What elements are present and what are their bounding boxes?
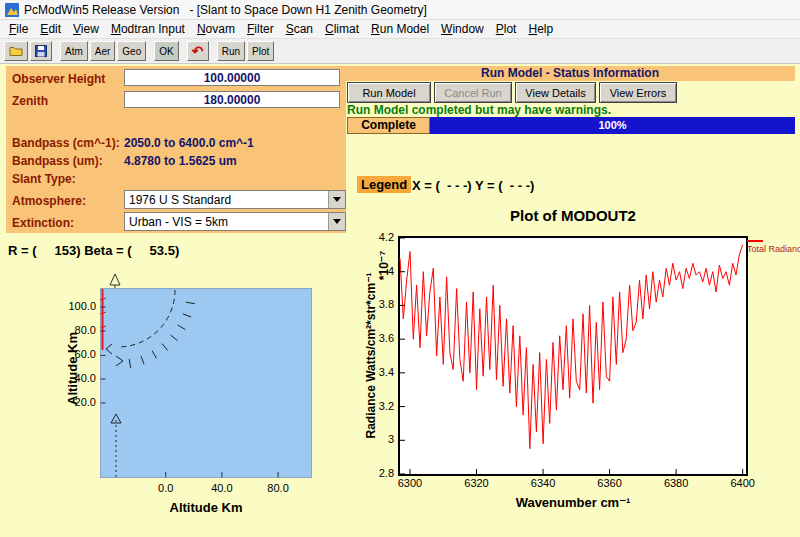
ok-button[interactable]: OK: [154, 41, 178, 61]
geometry-y-tick-label: 60.0: [56, 348, 96, 360]
geometry-x-tick-label: 40.0: [207, 482, 237, 494]
chart-y-tick-label: 4.2: [356, 231, 394, 243]
save-button[interactable]: [30, 41, 52, 61]
chart-plot-area: [399, 237, 747, 475]
legend-series-name: Total Radiance: [747, 244, 799, 254]
chart-x-tick-label: 6360: [594, 477, 626, 489]
view-errors-button[interactable]: View Errors: [599, 82, 677, 103]
chevron-down-icon: [333, 219, 341, 224]
menu-scan[interactable]: Scan: [280, 20, 319, 39]
menu-edit[interactable]: Edit: [34, 20, 67, 39]
chart-y-tick-label: 3.4: [356, 366, 394, 378]
menu-help[interactable]: Help: [522, 20, 559, 39]
undo-icon: ↶: [192, 44, 204, 58]
view-details-button[interactable]: View Details: [515, 82, 596, 103]
bandpass-cm-value: 2050.0 to 6400.0 cm^-1: [124, 136, 254, 150]
undo-button[interactable]: ↶: [187, 41, 209, 61]
extinction-label: Extinction:: [12, 216, 74, 230]
geometry-y-tick-label: 40.0: [56, 372, 96, 384]
folder-open-icon: [9, 45, 23, 57]
menu-modtran-input[interactable]: Modtran Input: [105, 20, 191, 39]
atmosphere-label: Atmosphere:: [12, 194, 86, 208]
zenith-input[interactable]: [124, 91, 340, 108]
menu-window[interactable]: Window: [435, 20, 490, 39]
status-header: Run Model - Status Information: [345, 66, 795, 81]
menu-novam[interactable]: Novam: [191, 20, 241, 39]
chart-x-tick-label: 6400: [727, 477, 759, 489]
menu-climat[interactable]: Climat: [319, 20, 365, 39]
geometry-x-axis-label: Altitude Km: [100, 500, 312, 515]
menu-bar: FileEditViewModtran InputNovamFilterScan…: [0, 20, 800, 39]
chart-x-tick-label: 6340: [527, 477, 559, 489]
menu-view[interactable]: View: [67, 20, 105, 39]
chart-y-tick-label: 3.8: [356, 298, 394, 310]
menu-filter[interactable]: Filter: [241, 20, 280, 39]
progress-percent: 100%: [430, 117, 795, 134]
r-beta-readout: R = ( 153) Beta = ( 53.5): [8, 243, 179, 258]
radiance-chart: [398, 236, 748, 476]
chart-x-axis-label: Wavenumber cm⁻¹: [400, 495, 746, 510]
geometry-y-axis-label: Altitude Km: [65, 299, 80, 439]
geometry-x-tick-label: 0.0: [151, 482, 181, 494]
pcmodwin-window: PcModWin5 Release Version - [Slant to Sp…: [0, 0, 800, 537]
chart-y-tick-label: 3.2: [356, 400, 394, 412]
geometry-y-tick-label: 20.0: [56, 396, 96, 408]
app-icon: [5, 3, 19, 17]
aer-button[interactable]: Aer: [90, 41, 116, 61]
chart-y-tick-label: 3: [356, 433, 394, 445]
observer-height-label: Observer Height: [12, 72, 105, 86]
bandpass-um-label: Bandpass (um):: [12, 154, 103, 168]
geo-button[interactable]: Geo: [117, 41, 146, 61]
window-title: PcModWin5 Release Version - [Slant to Sp…: [24, 3, 427, 17]
run-model-button[interactable]: Run Model: [347, 82, 431, 103]
menu-plot[interactable]: Plot: [490, 20, 523, 39]
chart-y-tick-label: 2.8: [356, 467, 394, 479]
extinction-dropdown-button[interactable]: [328, 213, 345, 230]
geometry-y-tick-label: 100.0: [56, 300, 96, 312]
status-message: Run Model completed but may have warning…: [347, 103, 611, 117]
chart-y-tick-label: 3.6: [356, 332, 394, 344]
extinction-selected-value: Urban - VIS = 5km: [125, 215, 328, 229]
run-button[interactable]: Run: [217, 41, 245, 61]
atm-button[interactable]: Atm: [60, 41, 88, 61]
toolbar: Atm Aer Geo OK ↶ Run Plot: [0, 39, 800, 64]
up-arrow-marker: [110, 274, 120, 285]
plot-button[interactable]: Plot: [247, 41, 274, 61]
chart-x-tick-label: 6380: [660, 477, 692, 489]
bandpass-cm-label: Bandpass (cm^-1):: [12, 136, 120, 150]
parameters-panel: Observer Height Zenith Bandpass (cm^-1):…: [6, 66, 346, 233]
chart-title: Plot of MODOUT2: [400, 207, 746, 224]
chart-y-tick-label: 4: [356, 265, 394, 277]
atmosphere-selected-value: 1976 U S Standard: [125, 193, 328, 207]
atmosphere-dropdown-button[interactable]: [328, 191, 345, 208]
legend-label: Legend: [357, 176, 411, 193]
geometry-x-tick-label: 80.0: [263, 482, 293, 494]
slant-type-label: Slant Type:: [12, 172, 76, 186]
save-icon: [35, 45, 47, 57]
observer-height-input[interactable]: [124, 69, 340, 86]
menu-run-model[interactable]: Run Model: [365, 20, 435, 39]
title-bar: PcModWin5 Release Version - [Slant to Sp…: [0, 0, 800, 20]
zenith-label: Zenith: [12, 94, 48, 108]
bandpass-um-value: 4.8780 to 1.5625 um: [124, 154, 237, 168]
progress-bar: 100%: [430, 117, 795, 134]
chevron-down-icon: [333, 197, 341, 202]
cancel-run-button[interactable]: Cancel Run: [434, 82, 512, 103]
legend-xy-text: X = ( - - -) Y = ( - - -): [412, 178, 534, 193]
geometry-y-tick-label: 80.0: [56, 324, 96, 336]
chart-x-tick-label: 6300: [394, 477, 426, 489]
extinction-select[interactable]: Urban - VIS = 5km: [124, 212, 346, 231]
menu-file[interactable]: File: [3, 20, 34, 39]
atmosphere-select[interactable]: 1976 U S Standard: [124, 190, 346, 209]
geometry-plot: [100, 270, 312, 478]
chart-x-tick-label: 6320: [461, 477, 493, 489]
chart-legend: Total Radiance: [747, 240, 799, 254]
complete-label: Complete: [347, 117, 430, 134]
open-file-button[interactable]: [4, 41, 28, 61]
geometry-plot-area: [101, 289, 312, 478]
legend-line-swatch: [747, 240, 763, 242]
